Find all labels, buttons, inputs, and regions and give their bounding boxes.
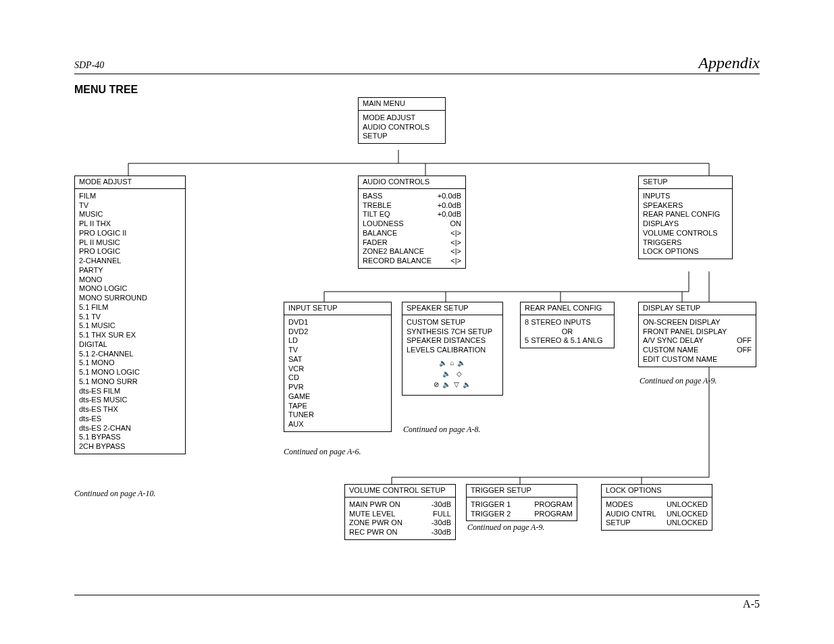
list-item: dts-ES MUSIC: [79, 396, 181, 405]
main-menu-title: MAIN MENU: [359, 98, 445, 111]
row-value: OFF: [737, 336, 752, 346]
row-label: ZONE2 BALANCE: [363, 247, 424, 257]
list-item: ON-SCREEN DISPLAY: [643, 318, 752, 327]
rear-panel-item: 5 STEREO & 5.1 ANLG: [525, 336, 610, 346]
main-menu-box: MAIN MENU MODE ADJUST AUDIO CONTROLS SET…: [358, 97, 446, 144]
row-value: OFF: [737, 346, 752, 355]
list-item: 5.1 MONO SURR: [79, 377, 181, 387]
lock-options-box: LOCK OPTIONS MODESUNLOCKEDAUDIO CNTRLUNL…: [601, 484, 712, 531]
trigger-setup-continued: Continued on page A-9.: [467, 522, 544, 533]
speaker-setup-box: SPEAKER SETUP CUSTOM SETUPSYNTHESIS 7CH …: [402, 302, 503, 396]
row-value: PROGRAM: [534, 500, 573, 510]
list-item: MONO: [79, 275, 181, 285]
list-item: TV: [79, 201, 181, 211]
main-menu-item: MODE ADJUST: [363, 113, 441, 123]
list-item: LD: [288, 336, 387, 346]
list-item: SYNTHESIS 7CH SETUP: [407, 327, 498, 337]
list-item: FRONT PANEL DISPLAY: [643, 327, 752, 337]
list-item: TV: [288, 346, 387, 355]
row-value: UNLOCKED: [667, 500, 708, 510]
list-item: SAT: [288, 355, 387, 365]
speaker-setup-title: SPEAKER SETUP: [402, 302, 502, 315]
list-item: LEVELS CALIBRATION: [407, 346, 498, 355]
row-label: SETUP: [606, 518, 631, 528]
display-setup-title: DISPLAY SETUP: [639, 302, 756, 315]
list-item: REC PWR ON-30dB: [349, 528, 451, 537]
list-item: 5.1 2-CHANNEL: [79, 350, 181, 359]
list-item: FILM: [79, 192, 181, 201]
list-item: MONO LOGIC: [79, 284, 181, 294]
list-item: REAR PANEL CONFIG: [643, 210, 728, 219]
setup-title: SETUP: [639, 176, 732, 189]
list-item: TREBLE+0.0dB: [363, 201, 461, 211]
list-item: dts-ES 2-CHAN: [79, 424, 181, 433]
volume-control-title: VOLUME CONTROL SETUP: [345, 485, 455, 498]
list-item: AUDIO CNTRLUNLOCKED: [606, 510, 708, 519]
list-item: 5.1 BYPASS: [79, 433, 181, 442]
list-item: dts-ES: [79, 414, 181, 424]
row-value: -30dB: [432, 528, 451, 537]
trigger-setup-title: TRIGGER SETUP: [467, 485, 577, 498]
page-number: A-5: [74, 595, 760, 610]
list-item: GAME: [288, 392, 387, 402]
row-value: FULL: [433, 510, 451, 519]
row-label: FADER: [363, 238, 388, 248]
list-item: dts-ES THX: [79, 405, 181, 414]
row-label: REC PWR ON: [349, 528, 398, 537]
row-label: TRIGGER 1: [471, 500, 511, 510]
row-label: ON-SCREEN DISPLAY: [643, 318, 721, 327]
mode-adjust-box: MODE ADJUST FILMTVMUSICPL II THXPRO LOGI…: [74, 176, 186, 454]
row-label: TREBLE: [363, 201, 392, 211]
display-setup-continued: Continued on page A-9.: [640, 376, 716, 386]
row-label: FRONT PANEL DISPLAY: [643, 327, 727, 337]
list-item: PL II MUSIC: [79, 238, 181, 248]
list-item: PRO LOGIC II: [79, 229, 181, 238]
list-item: INPUTS: [643, 192, 728, 201]
speaker-icons: 🔈 ⌂ 🔈 🔈 ◇ ⊘ 🔈 ▽ 🔈: [407, 355, 498, 393]
row-value: ON: [450, 219, 462, 229]
row-value: <|>: [450, 247, 461, 257]
row-value: <|>: [450, 229, 461, 238]
list-item: 5.1 MUSIC: [79, 321, 181, 331]
menu-tree-diagram: MAIN MENU MODE ADJUST AUDIO CONTROLS SET…: [74, 103, 760, 568]
list-item: ZONE PWR ON-30dB: [349, 518, 451, 528]
mode-adjust-continued: Continued on page A-10.: [74, 489, 155, 499]
row-label: ZONE PWR ON: [349, 518, 402, 528]
rear-panel-box: REAR PANEL CONFIG 8 STEREO INPUTS OR 5 S…: [520, 302, 615, 348]
trigger-setup-box: TRIGGER SETUP TRIGGER 1PROGRAMTRIGGER 2P…: [466, 484, 577, 521]
list-item: LOUDNESSON: [363, 219, 461, 229]
row-value: +0.0dB: [438, 210, 461, 219]
lock-options-title: LOCK OPTIONS: [602, 485, 712, 498]
list-item: TRIGGER 1PROGRAM: [471, 500, 573, 510]
row-label: EDIT CUSTOM NAME: [643, 355, 717, 365]
list-item: SPEAKER DISTANCES: [407, 336, 498, 346]
main-menu-item: SETUP: [363, 132, 441, 141]
list-item: 5.1 MONO LOGIC: [79, 368, 181, 377]
main-menu-item: AUDIO CONTROLS: [363, 123, 441, 132]
setup-box: SETUP INPUTSSPEAKERSREAR PANEL CONFIGDIS…: [638, 176, 733, 259]
list-item: SPEAKERS: [643, 201, 728, 211]
rear-panel-item: OR: [525, 327, 610, 337]
row-label: RECORD BALANCE: [363, 257, 432, 266]
row-value: -30dB: [432, 518, 451, 528]
list-item: PVR: [288, 383, 387, 392]
speaker-setup-continued: Continued on page A-8.: [403, 425, 480, 435]
display-setup-box: DISPLAY SETUP ON-SCREEN DISPLAYFRONT PAN…: [638, 302, 756, 367]
list-item: BASS+0.0dB: [363, 192, 461, 201]
row-label: MODES: [606, 500, 633, 510]
row-label: TRIGGER 2: [471, 510, 511, 519]
input-setup-continued: Continued on page A-6.: [284, 447, 361, 457]
row-label: CUSTOM NAME: [643, 346, 698, 355]
list-item: FADER<|>: [363, 238, 461, 248]
row-label: AUDIO CNTRL: [606, 510, 656, 519]
mode-adjust-title: MODE ADJUST: [75, 176, 185, 189]
list-item: A/V SYNC DELAYOFF: [643, 336, 752, 346]
row-label: BASS: [363, 192, 382, 201]
list-item: 2-CHANNEL: [79, 257, 181, 266]
list-item: ZONE2 BALANCE<|>: [363, 247, 461, 257]
list-item: TRIGGER 2PROGRAM: [471, 510, 573, 519]
list-item: AUX: [288, 420, 387, 429]
header-section: Appendix: [698, 54, 760, 72]
list-item: MODESUNLOCKED: [606, 500, 708, 510]
list-item: TRIGGERS: [643, 238, 728, 248]
